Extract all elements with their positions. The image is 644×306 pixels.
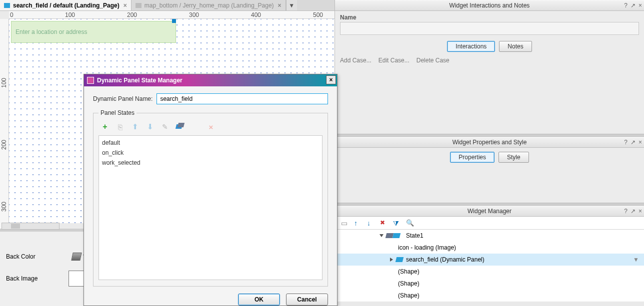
ruler-tick-label: 500 xyxy=(313,11,323,18)
edit-state-icon[interactable] xyxy=(160,122,170,131)
tree-label: (Shape) xyxy=(398,292,420,299)
tree-row[interactable]: (Shape) xyxy=(335,278,644,290)
ruler-tick-label: 100 xyxy=(65,11,75,18)
close-icon[interactable]: × xyxy=(278,2,282,9)
tree-label: State1 xyxy=(406,232,424,239)
state-item[interactable]: on_click xyxy=(102,148,319,158)
filter-icon[interactable] xyxy=(393,219,401,227)
fill-picker-icon[interactable] xyxy=(70,252,84,262)
widget-tree: State1 icon - loading (Image) search_fie… xyxy=(335,230,644,302)
ruler-vertical: 100 200 300 xyxy=(0,19,9,229)
move-state-up-icon[interactable] xyxy=(130,122,140,131)
states-listbox[interactable]: default on_click work_selected xyxy=(98,135,322,280)
panel-name-label: Dynamic Panel Name: xyxy=(93,95,152,102)
close-icon[interactable]: × xyxy=(638,2,642,9)
document-tab-bar: search_field / default (Landing_Page) × … xyxy=(0,0,334,11)
widget-name-input[interactable] xyxy=(340,22,639,35)
edit-case-link[interactable]: Edit Case... xyxy=(378,57,410,64)
tab-style[interactable]: Style xyxy=(498,152,529,163)
dropdown-icon[interactable]: ▼ xyxy=(633,256,639,263)
add-case-link[interactable]: Add Case... xyxy=(340,57,372,64)
tab-properties[interactable]: Properties xyxy=(450,152,494,163)
ruler-tick-label: 400 xyxy=(251,11,261,18)
right-inspector: Widget Interactions and Notes ? ↗ × Name… xyxy=(335,0,644,306)
back-color-label: Back Color xyxy=(6,253,36,260)
tree-row[interactable]: icon - loading (Image) xyxy=(335,242,644,254)
widget-manager-toolbar xyxy=(335,217,644,230)
duplicate-state-icon[interactable] xyxy=(116,122,124,131)
panel-title: Widget Interactions and Notes xyxy=(450,2,530,9)
scroll-thumb[interactable] xyxy=(11,224,20,229)
move-state-down-icon[interactable] xyxy=(146,122,154,131)
ruler-tick-label: 300 xyxy=(189,11,199,18)
help-icon[interactable]: ? xyxy=(624,2,628,9)
panel-title: Widget Properties and Style xyxy=(452,139,527,146)
tree-label: (Shape) xyxy=(398,268,420,275)
panel-title: Widget Manager xyxy=(468,208,512,215)
image-swatch[interactable] xyxy=(68,271,84,287)
help-icon[interactable]: ? xyxy=(624,208,628,215)
panel-header-properties: Widget Properties and Style ? ↗ × xyxy=(335,137,644,148)
tree-label: search_field (Dynamic Panel) xyxy=(406,256,484,263)
close-icon[interactable]: × xyxy=(638,208,642,215)
dialog-close-button[interactable]: × xyxy=(326,75,336,84)
tree-row[interactable]: (Shape) xyxy=(335,266,644,278)
expand-icon[interactable]: ↗ xyxy=(630,208,636,215)
edit-all-states-icon[interactable] xyxy=(176,122,184,131)
ruler-tick-label: 200 xyxy=(0,140,8,150)
ruler-tick-label: 0 xyxy=(10,11,14,18)
horizontal-scrollbar[interactable] xyxy=(2,223,60,230)
dialog-title: Dynamic Panel State Manager xyxy=(97,77,182,84)
tab-search-field[interactable]: search_field / default (Landing_Page) × xyxy=(0,0,132,10)
close-icon[interactable]: × xyxy=(638,139,642,146)
panel-name-input[interactable] xyxy=(156,93,328,104)
ruler-horizontal: 0 100 200 300 400 500 xyxy=(9,11,334,19)
page-icon[interactable] xyxy=(341,219,349,227)
dynamic-panel-state-manager-dialog: Dynamic Panel State Manager × Dynamic Pa… xyxy=(84,74,338,306)
tree-row-selected[interactable]: search_field (Dynamic Panel) ▼ xyxy=(335,254,644,266)
search-placeholder: Enter a location or address xyxy=(16,28,87,35)
tab-label: map_bottom / Jerry_home_map (Landing_Pag… xyxy=(144,2,274,9)
panel-interactions-body: Name Interactions Notes Add Case... Edit… xyxy=(335,11,644,134)
expand-icon[interactable]: ↗ xyxy=(630,2,636,9)
panel-states-fieldset: Panel States + × default on_click work_s… xyxy=(93,109,328,287)
ruler-tick-label: 300 xyxy=(0,202,8,212)
search-field-widget[interactable]: Enter a location or address xyxy=(11,21,176,43)
tree-row[interactable]: (Shape) xyxy=(335,290,644,302)
move-up-icon[interactable] xyxy=(354,219,362,227)
tab-scroll-button[interactable]: ▼ xyxy=(286,0,297,10)
tab-label: search_field / default (Landing_Page) xyxy=(13,2,120,9)
state-item[interactable]: default xyxy=(102,138,319,148)
dialog-title-bar[interactable]: Dynamic Panel State Manager × xyxy=(84,74,337,86)
panel-properties-body: Properties Style xyxy=(335,148,644,203)
state-item[interactable]: work_selected xyxy=(102,158,319,168)
add-state-icon[interactable]: + xyxy=(100,122,110,131)
search-icon[interactable] xyxy=(406,219,414,227)
chevron-right-icon[interactable] xyxy=(390,258,393,262)
move-down-icon[interactable] xyxy=(367,219,375,227)
panel-icon xyxy=(136,3,142,8)
back-image-label: Back Image xyxy=(6,275,38,282)
help-icon[interactable]: ? xyxy=(624,139,628,146)
panel-icon xyxy=(4,3,10,8)
tab-interactions[interactable]: Interactions xyxy=(447,41,495,52)
tree-state-row[interactable]: State1 xyxy=(335,230,644,242)
tab-map-bottom[interactable]: map_bottom / Jerry_home_map (Landing_Pag… xyxy=(132,0,286,10)
close-icon[interactable]: × xyxy=(124,2,127,9)
dynamic-panel-icon xyxy=(396,257,404,262)
tab-notes[interactable]: Notes xyxy=(499,41,532,52)
states-toolbar: + × xyxy=(98,120,322,135)
expand-icon[interactable]: ↗ xyxy=(630,139,636,146)
panel-states-legend: Panel States xyxy=(98,109,136,116)
delete-case-link[interactable]: Delete Case xyxy=(416,57,450,64)
tree-label: (Shape) xyxy=(398,280,420,287)
name-label: Name xyxy=(335,11,644,22)
cancel-button[interactable]: Cancel xyxy=(286,294,328,306)
delete-icon[interactable] xyxy=(380,219,388,227)
chevron-down-icon[interactable] xyxy=(380,234,384,237)
app-logo-icon xyxy=(87,77,94,84)
panel-header-widget-manager: Widget Manager ? ↗ × xyxy=(335,206,644,217)
delete-state-icon[interactable]: × xyxy=(206,122,216,131)
selection-handle[interactable] xyxy=(172,19,176,23)
ok-button[interactable]: OK xyxy=(238,294,280,306)
